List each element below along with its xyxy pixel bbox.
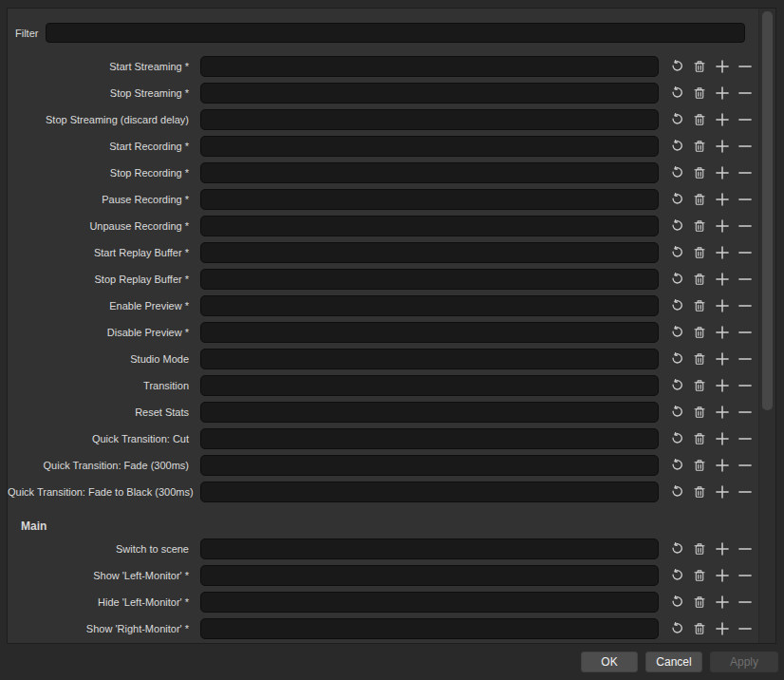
minus-icon[interactable]	[736, 429, 755, 448]
undo-icon[interactable]	[667, 137, 686, 156]
undo-icon[interactable]	[667, 243, 686, 262]
minus-icon[interactable]	[736, 619, 755, 638]
plus-icon[interactable]	[713, 429, 732, 448]
trash-icon[interactable]	[690, 84, 709, 103]
trash-icon[interactable]	[690, 190, 709, 209]
hotkey-input[interactable]	[200, 402, 659, 423]
undo-icon[interactable]	[667, 539, 686, 558]
undo-icon[interactable]	[667, 217, 686, 236]
plus-icon[interactable]	[713, 349, 732, 368]
hotkey-input[interactable]	[200, 349, 659, 369]
trash-icon[interactable]	[690, 539, 709, 558]
plus-icon[interactable]	[713, 619, 732, 638]
trash-icon[interactable]	[690, 593, 709, 612]
trash-icon[interactable]	[690, 376, 709, 395]
plus-icon[interactable]	[713, 323, 732, 342]
undo-icon[interactable]	[667, 349, 686, 368]
trash-icon[interactable]	[690, 110, 709, 129]
undo-icon[interactable]	[667, 376, 686, 395]
plus-icon[interactable]	[713, 566, 732, 585]
plus-icon[interactable]	[713, 482, 732, 501]
undo-icon[interactable]	[667, 296, 686, 315]
hotkey-input[interactable]	[200, 428, 659, 449]
hotkey-input[interactable]	[200, 136, 659, 157]
undo-icon[interactable]	[667, 163, 686, 182]
undo-icon[interactable]	[667, 57, 686, 76]
minus-icon[interactable]	[736, 456, 755, 475]
hotkey-input[interactable]	[200, 83, 659, 104]
trash-icon[interactable]	[690, 296, 709, 315]
apply-button[interactable]: Apply	[710, 652, 778, 672]
hotkey-input[interactable]	[200, 56, 659, 77]
hotkey-input[interactable]	[200, 482, 659, 502]
hotkey-input[interactable]	[200, 109, 659, 130]
trash-icon[interactable]	[690, 456, 709, 475]
plus-icon[interactable]	[713, 270, 732, 289]
minus-icon[interactable]	[736, 593, 755, 612]
plus-icon[interactable]	[713, 296, 732, 315]
ok-button[interactable]: OK	[581, 652, 638, 672]
trash-icon[interactable]	[690, 429, 709, 448]
minus-icon[interactable]	[736, 137, 755, 156]
hotkey-input[interactable]	[200, 162, 659, 183]
plus-icon[interactable]	[713, 217, 732, 236]
undo-icon[interactable]	[667, 593, 686, 612]
plus-icon[interactable]	[713, 376, 732, 395]
hotkey-input[interactable]	[200, 216, 659, 236]
minus-icon[interactable]	[736, 539, 755, 558]
trash-icon[interactable]	[690, 619, 709, 638]
plus-icon[interactable]	[713, 137, 732, 156]
hotkey-input[interactable]	[200, 538, 659, 559]
hotkey-input[interactable]	[200, 565, 659, 586]
undo-icon[interactable]	[667, 566, 686, 585]
minus-icon[interactable]	[736, 217, 755, 236]
hotkey-input[interactable]	[200, 375, 659, 396]
cancel-button[interactable]: Cancel	[645, 652, 702, 672]
plus-icon[interactable]	[713, 456, 732, 475]
minus-icon[interactable]	[736, 57, 755, 76]
trash-icon[interactable]	[690, 243, 709, 262]
minus-icon[interactable]	[736, 323, 755, 342]
minus-icon[interactable]	[736, 163, 755, 182]
trash-icon[interactable]	[690, 163, 709, 182]
minus-icon[interactable]	[736, 403, 755, 422]
undo-icon[interactable]	[667, 323, 686, 342]
undo-icon[interactable]	[667, 110, 686, 129]
hotkey-input[interactable]	[200, 189, 659, 210]
trash-icon[interactable]	[690, 57, 709, 76]
trash-icon[interactable]	[690, 349, 709, 368]
hotkey-input[interactable]	[200, 295, 659, 316]
minus-icon[interactable]	[736, 110, 755, 129]
trash-icon[interactable]	[690, 217, 709, 236]
undo-icon[interactable]	[667, 270, 686, 289]
plus-icon[interactable]	[713, 539, 732, 558]
filter-input[interactable]	[46, 23, 745, 43]
plus-icon[interactable]	[713, 403, 732, 422]
minus-icon[interactable]	[736, 482, 755, 501]
undo-icon[interactable]	[667, 429, 686, 448]
undo-icon[interactable]	[667, 456, 686, 475]
hotkey-input[interactable]	[200, 242, 659, 263]
undo-icon[interactable]	[667, 84, 686, 103]
minus-icon[interactable]	[736, 270, 755, 289]
plus-icon[interactable]	[713, 593, 732, 612]
hotkey-input[interactable]	[200, 322, 659, 343]
trash-icon[interactable]	[690, 323, 709, 342]
plus-icon[interactable]	[713, 110, 732, 129]
undo-icon[interactable]	[667, 403, 686, 422]
undo-icon[interactable]	[667, 619, 686, 638]
plus-icon[interactable]	[713, 57, 732, 76]
vertical-scrollbar[interactable]	[758, 9, 775, 643]
minus-icon[interactable]	[736, 84, 755, 103]
minus-icon[interactable]	[736, 243, 755, 262]
hotkey-input[interactable]	[200, 269, 659, 290]
minus-icon[interactable]	[736, 566, 755, 585]
hotkey-input[interactable]	[200, 618, 659, 639]
scrollbar-thumb[interactable]	[762, 11, 773, 410]
trash-icon[interactable]	[690, 270, 709, 289]
plus-icon[interactable]	[713, 243, 732, 262]
plus-icon[interactable]	[713, 84, 732, 103]
plus-icon[interactable]	[713, 163, 732, 182]
minus-icon[interactable]	[736, 190, 755, 209]
minus-icon[interactable]	[736, 349, 755, 368]
